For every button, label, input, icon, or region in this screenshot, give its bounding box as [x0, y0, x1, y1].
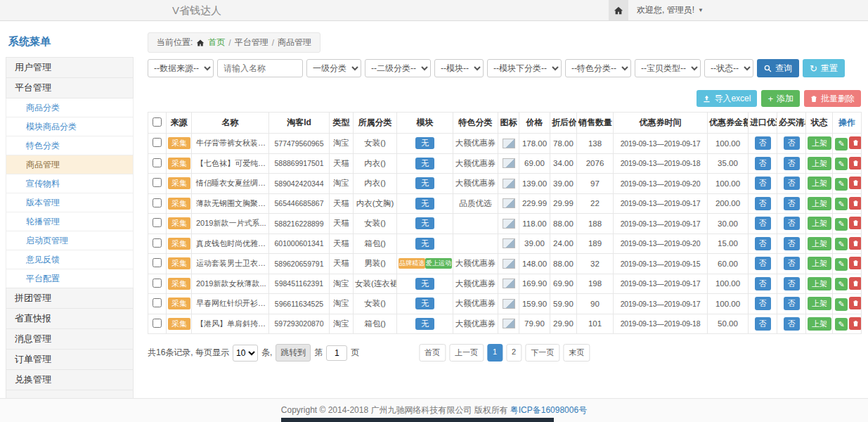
status-toggle[interactable]: 上架 [808, 257, 831, 270]
filter-select-4[interactable]: --模块-- [434, 59, 484, 77]
sidebar-item[interactable]: 版本管理 [6, 193, 134, 212]
import-toggle[interactable]: 否 [755, 197, 771, 210]
mustbuy-toggle[interactable]: 否 [784, 237, 800, 250]
status-toggle[interactable]: 上架 [808, 297, 831, 310]
import-toggle[interactable]: 否 [755, 297, 771, 310]
delete-button[interactable] [849, 136, 862, 149]
status-toggle[interactable]: 上架 [808, 197, 831, 210]
edit-button[interactable]: ✎ [835, 138, 848, 151]
row-checkbox[interactable] [153, 258, 162, 267]
breadcrumb-home-link[interactable]: 首页 [208, 37, 225, 49]
import-toggle[interactable]: 否 [755, 217, 771, 230]
pager-button-2[interactable]: 上一页 [449, 344, 484, 362]
select-all-checkbox[interactable] [153, 117, 162, 127]
edit-button[interactable]: ✎ [835, 258, 848, 271]
reset-button[interactable]: ↻ 重置 [803, 59, 845, 77]
sidebar-group-4[interactable]: 省直快报 [6, 308, 134, 329]
edit-button[interactable]: ✎ [835, 238, 848, 250]
sidebar-item[interactable]: 启动页管理 [6, 231, 134, 250]
status-toggle[interactable]: 上架 [808, 157, 831, 170]
horizontal-scrollbar-thumb[interactable] [281, 418, 554, 422]
mustbuy-toggle[interactable]: 否 [784, 297, 800, 310]
row-checkbox[interactable] [153, 238, 162, 248]
row-checkbox[interactable] [153, 158, 162, 167]
filter-select-2[interactable]: 一级分类 [306, 59, 361, 77]
sidebar-group-1[interactable]: 用户管理 [6, 57, 134, 78]
import-toggle[interactable]: 否 [755, 317, 771, 331]
sidebar-item[interactable]: 意见反馈 [6, 250, 134, 269]
pager-button-1[interactable]: 首页 [419, 344, 446, 362]
sidebar-group-2[interactable]: 平台管理 [6, 77, 134, 98]
sidebar-group-3[interactable]: 拼团管理 [6, 288, 134, 309]
sidebar-group-5[interactable]: 消息管理 [6, 328, 134, 350]
pager-button-5[interactable]: 下一页 [525, 344, 559, 362]
filter-select-7[interactable]: --宝贝类型-- [635, 59, 701, 77]
mustbuy-toggle[interactable]: 否 [784, 177, 800, 190]
mustbuy-toggle[interactable]: 否 [784, 136, 800, 150]
sidebar-group-6[interactable]: 订单管理 [6, 349, 134, 370]
delete-button[interactable] [849, 197, 862, 210]
row-checkbox[interactable] [153, 138, 162, 147]
import-toggle[interactable]: 否 [755, 237, 771, 250]
filter-select-5[interactable]: --模块下分类-- [487, 59, 562, 77]
jump-button[interactable]: 跳转到 [276, 344, 311, 362]
page-size-select[interactable]: 10 [233, 345, 258, 362]
sidebar-item[interactable]: 商品管理 [6, 155, 134, 174]
mustbuy-toggle[interactable]: 否 [784, 157, 800, 170]
row-checkbox[interactable] [153, 178, 162, 187]
edit-button[interactable]: ✎ [835, 198, 848, 210]
sidebar-group-7[interactable]: 兑换管理 [6, 369, 134, 390]
mustbuy-toggle[interactable]: 否 [784, 257, 800, 270]
row-checkbox[interactable] [153, 298, 162, 307]
sidebar-item[interactable]: 平台配置 [6, 269, 134, 288]
import-toggle[interactable]: 否 [755, 277, 771, 290]
icp-link[interactable]: 粤ICP备16098006号 [510, 404, 587, 416]
filter-select-6[interactable]: --特色分类-- [565, 59, 631, 77]
mustbuy-toggle[interactable]: 否 [784, 277, 800, 290]
delete-button[interactable] [849, 237, 862, 250]
pager-button-4[interactable]: 2 [506, 344, 522, 362]
status-toggle[interactable]: 上架 [808, 177, 831, 190]
sidebar-group-partial[interactable] [6, 390, 134, 398]
edit-button[interactable]: ✎ [835, 218, 848, 231]
sidebar-item[interactable]: 特色分类 [6, 136, 134, 155]
edit-button[interactable]: ✎ [835, 278, 848, 290]
import-toggle[interactable]: 否 [755, 177, 771, 190]
delete-button[interactable] [849, 177, 862, 189]
status-toggle[interactable]: 上架 [808, 136, 831, 150]
row-checkbox[interactable] [153, 218, 162, 227]
jump-page-input[interactable] [326, 345, 347, 361]
delete-button[interactable] [849, 317, 862, 330]
delete-button[interactable] [849, 297, 862, 309]
add-button[interactable]: + 添加 [761, 90, 800, 107]
edit-button[interactable]: ✎ [835, 178, 848, 191]
edit-button[interactable]: ✎ [835, 318, 848, 331]
sidebar-item[interactable]: 轮播管理 [6, 212, 134, 231]
sidebar-item[interactable]: 模块商品分类 [6, 117, 134, 136]
import-toggle[interactable]: 否 [755, 136, 771, 150]
delete-button[interactable] [849, 277, 862, 290]
filter-select-8[interactable]: --状态-- [704, 59, 753, 77]
sidebar-item[interactable]: 商品分类 [6, 98, 134, 117]
edit-button[interactable]: ✎ [835, 158, 848, 170]
mustbuy-toggle[interactable]: 否 [784, 317, 800, 331]
status-toggle[interactable]: 上架 [808, 217, 831, 230]
delete-button[interactable] [849, 217, 862, 229]
filter-name-input[interactable] [217, 59, 303, 77]
delete-button[interactable] [849, 157, 862, 170]
status-toggle[interactable]: 上架 [808, 237, 831, 250]
mustbuy-toggle[interactable]: 否 [784, 217, 800, 230]
filter-select-0[interactable]: --数据来源-- [148, 59, 214, 77]
pager-button-3[interactable]: 1 [487, 344, 503, 362]
row-checkbox[interactable] [153, 198, 162, 207]
batch-delete-button[interactable]: 批量删除 [804, 90, 861, 107]
mustbuy-toggle[interactable]: 否 [784, 197, 800, 210]
search-button[interactable]: 查询 [757, 59, 799, 77]
home-button[interactable] [609, 0, 628, 20]
import-toggle[interactable]: 否 [755, 257, 771, 270]
row-checkbox[interactable] [153, 319, 162, 328]
edit-button[interactable]: ✎ [835, 298, 848, 311]
status-toggle[interactable]: 上架 [808, 317, 831, 331]
status-toggle[interactable]: 上架 [808, 277, 831, 290]
filter-select-3[interactable]: --二级分类-- [365, 59, 431, 77]
